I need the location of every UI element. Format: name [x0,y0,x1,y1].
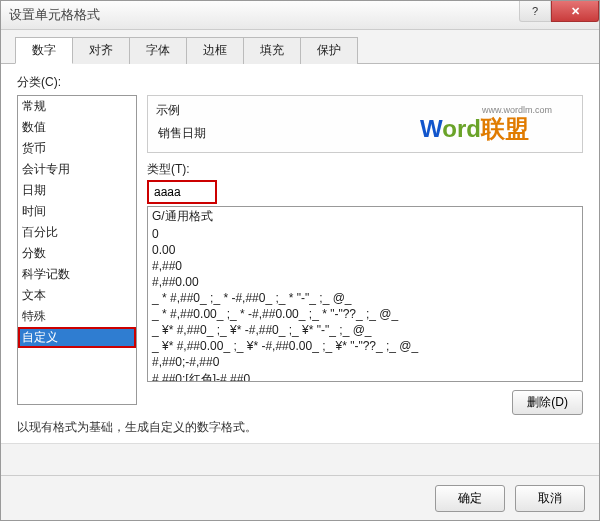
sample-value: 销售日期 [156,121,574,146]
tab-protection[interactable]: 保护 [300,37,358,64]
category-item-scientific[interactable]: 科学记数 [18,264,136,285]
tab-font[interactable]: 字体 [129,37,187,64]
tab-border[interactable]: 边框 [186,37,244,64]
category-item-time[interactable]: 时间 [18,201,136,222]
format-item[interactable]: #,##0.00 [148,274,582,290]
format-listbox[interactable]: G/通用格式 0 0.00 #,##0 #,##0.00 _ * #,##0_ … [147,206,583,382]
type-input[interactable] [152,184,206,200]
format-item[interactable]: #,##0;[红色]-#,##0 [148,370,582,382]
hint-text: 以现有格式为基础，生成自定义的数字格式。 [17,419,583,436]
delete-button[interactable]: 删除(D) [512,390,583,415]
format-cells-dialog: 设置单元格格式 ? ✕ 数字 对齐 字体 边框 填充 保护 分类(C): 常规 … [0,0,600,521]
close-button[interactable]: ✕ [551,1,599,22]
window-title: 设置单元格格式 [9,6,100,24]
category-listbox[interactable]: 常规 数值 货币 会计专用 日期 时间 百分比 分数 科学记数 文本 特殊 自定… [17,95,137,405]
titlebar: 设置单元格格式 ? ✕ [1,1,599,30]
window-buttons: ? ✕ [519,1,599,21]
category-item-text[interactable]: 文本 [18,285,136,306]
category-item-general[interactable]: 常规 [18,96,136,117]
sample-group: 示例 销售日期 [147,95,583,153]
ok-button[interactable]: 确定 [435,485,505,512]
delete-row: 删除(D) [147,390,583,415]
cancel-button[interactable]: 取消 [515,485,585,512]
format-item[interactable]: _ ¥* #,##0_ ;_ ¥* -#,##0_ ;_ ¥* "-"_ ;_ … [148,322,582,338]
category-item-special[interactable]: 特殊 [18,306,136,327]
category-label: 分类(C): [17,74,583,91]
format-item[interactable]: #,##0 [148,258,582,274]
category-item-custom[interactable]: 自定义 [18,327,136,348]
format-item[interactable]: _ ¥* #,##0.00_ ;_ ¥* -#,##0.00_ ;_ ¥* "-… [148,338,582,354]
category-item-fraction[interactable]: 分数 [18,243,136,264]
sample-label: 示例 [156,102,574,119]
type-label: 类型(T): [147,161,583,178]
type-group: 类型(T): G/通用格式 0 0.00 #,##0 #,##0.00 _ * … [147,161,583,382]
format-item[interactable]: G/通用格式 [148,207,582,226]
category-item-number[interactable]: 数值 [18,117,136,138]
right-column: 示例 销售日期 类型(T): G/通用格式 0 0.00 #,##0 #,##0… [147,95,583,405]
tab-number[interactable]: 数字 [15,37,73,64]
category-item-date[interactable]: 日期 [18,180,136,201]
category-item-percentage[interactable]: 百分比 [18,222,136,243]
columns: 常规 数值 货币 会计专用 日期 时间 百分比 分数 科学记数 文本 特殊 自定… [17,95,583,405]
tab-panel-number: 分类(C): 常规 数值 货币 会计专用 日期 时间 百分比 分数 科学记数 文… [1,64,599,444]
type-input-highlight [147,180,217,204]
category-item-currency[interactable]: 货币 [18,138,136,159]
tab-alignment[interactable]: 对齐 [72,37,130,64]
tab-fill[interactable]: 填充 [243,37,301,64]
format-item[interactable]: 0.00 [148,242,582,258]
format-item[interactable]: 0 [148,226,582,242]
format-item[interactable]: _ * #,##0_ ;_ * -#,##0_ ;_ * "-"_ ;_ @_ [148,290,582,306]
dialog-footer: 确定 取消 [1,475,599,520]
category-item-accounting[interactable]: 会计专用 [18,159,136,180]
format-item[interactable]: #,##0;-#,##0 [148,354,582,370]
tab-strip: 数字 对齐 字体 边框 填充 保护 [1,30,599,64]
help-button[interactable]: ? [519,1,551,22]
format-item[interactable]: _ * #,##0.00_ ;_ * -#,##0.00_ ;_ * "-"??… [148,306,582,322]
